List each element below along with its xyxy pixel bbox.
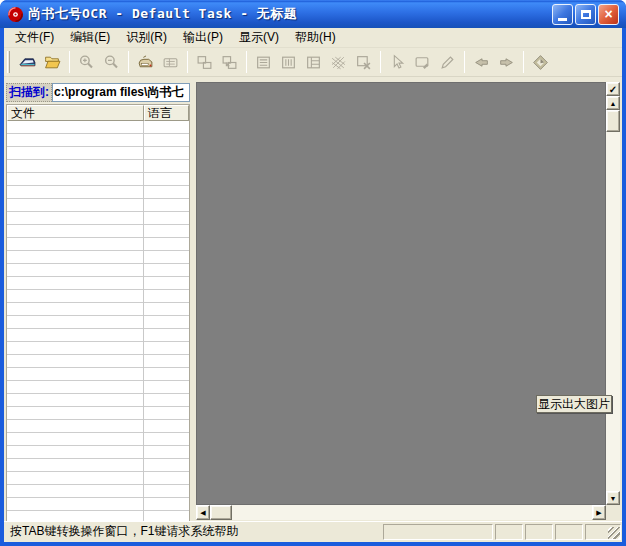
- check-icon: ✓: [609, 86, 617, 93]
- toolbar-separator: [187, 51, 188, 73]
- vertical-text-region-button: [277, 51, 300, 73]
- scroll-down-button[interactable]: ▼: [606, 491, 620, 505]
- menu-recognize[interactable]: 识别(R): [118, 27, 175, 48]
- check-toggle-button[interactable]: ✓: [606, 82, 620, 96]
- tile-horizontal-icon: [196, 54, 213, 71]
- column-header-language[interactable]: 语言: [144, 105, 189, 121]
- column-header-file[interactable]: 文件: [7, 105, 144, 121]
- workspace: 扫描到: 文件 语言 ✓ ▲ ▼ ◀: [4, 77, 622, 521]
- file-table-body[interactable]: [7, 121, 189, 521]
- file-list-panel: 扫描到: 文件 语言: [4, 77, 192, 521]
- scan-path-input[interactable]: [52, 83, 190, 102]
- select-arrow-icon: [389, 54, 406, 71]
- app-logo-icon: [7, 6, 24, 23]
- tile-horizontal-button: [193, 51, 216, 73]
- status-message: 按TAB键转换操作窗口，F1键请求系统帮助: [6, 523, 381, 540]
- toolbar: [4, 48, 622, 77]
- toolbar-separator: [523, 51, 524, 73]
- image-canvas: [196, 82, 606, 505]
- delete-region-button: [352, 51, 375, 73]
- about-button: [529, 51, 552, 73]
- recognize-button[interactable]: [134, 51, 157, 73]
- minimize-button[interactable]: [552, 4, 573, 25]
- delete-region-icon: [355, 54, 372, 71]
- horizontal-scroll-track[interactable]: [232, 505, 592, 520]
- open-file-button[interactable]: [41, 51, 64, 73]
- form-recognize-icon: [162, 54, 179, 71]
- zoom-out-icon: [103, 54, 120, 71]
- horizontal-text-region-icon: [255, 54, 272, 71]
- scroll-up-button[interactable]: ▲: [606, 96, 620, 110]
- arrow-left-icon: [473, 54, 490, 71]
- maximize-icon: [581, 10, 591, 19]
- scroll-right-button[interactable]: ▶: [592, 505, 606, 520]
- pen-button: [436, 51, 459, 73]
- select-button: [386, 51, 409, 73]
- image-region-icon: [330, 54, 347, 71]
- triangle-up-icon: ▲: [610, 100, 617, 107]
- pen-icon: [439, 54, 456, 71]
- toolbar-separator: [69, 51, 70, 73]
- recognize-icon: [137, 54, 154, 71]
- image-view: ✓ ▲ ▼ ◀ ▶ 显示出大图片: [196, 77, 622, 521]
- vertical-scroll-track[interactable]: [606, 132, 620, 491]
- hanvon-diamond-icon: [532, 54, 549, 71]
- tile-vertical-icon: [221, 54, 238, 71]
- maximize-button[interactable]: [575, 4, 596, 25]
- vertical-text-region-icon: [280, 54, 297, 71]
- edit-region-icon: [414, 54, 431, 71]
- horizontal-text-region-button: [252, 51, 275, 73]
- close-button[interactable]: ×: [598, 4, 619, 25]
- triangle-left-icon: ◀: [200, 509, 205, 516]
- menu-output[interactable]: 输出(P): [175, 27, 231, 48]
- toolbar-grip[interactable]: [7, 51, 10, 73]
- zoom-in-button: [75, 51, 98, 73]
- toolbar-separator: [128, 51, 129, 73]
- edit-region-button: [411, 51, 434, 73]
- close-icon: ×: [604, 7, 612, 21]
- previous-page-button: [470, 51, 493, 73]
- window-title: 尚书七号OCR - Default Task - 无标题: [28, 5, 552, 23]
- table-region-button: [302, 51, 325, 73]
- next-page-button: [495, 51, 518, 73]
- zoom-in-icon: [78, 54, 95, 71]
- horizontal-scroll-thumb[interactable]: [210, 505, 232, 520]
- triangle-down-icon: ▼: [610, 495, 617, 502]
- menu-edit[interactable]: 编辑(E): [62, 27, 118, 48]
- scan-button[interactable]: [16, 51, 39, 73]
- status-panel: [555, 524, 583, 540]
- menu-view[interactable]: 显示(V): [231, 27, 287, 48]
- minimize-icon: [558, 18, 567, 21]
- tile-vertical-button: [218, 51, 241, 73]
- menu-help[interactable]: 帮助(H): [287, 27, 344, 48]
- arrow-right-icon: [498, 54, 515, 71]
- scan-to-row: 扫描到:: [6, 83, 190, 102]
- triangle-right-icon: ▶: [596, 509, 601, 516]
- horizontal-scrollbar: ◀ ▶: [196, 505, 606, 520]
- image-region-button: [327, 51, 350, 73]
- toolbar-separator: [246, 51, 247, 73]
- status-panel: [383, 524, 493, 540]
- menu-file[interactable]: 文件(F): [7, 27, 62, 48]
- zoom-out-button: [100, 51, 123, 73]
- tooltip-show-large-image: 显示出大图片: [536, 395, 612, 413]
- table-region-icon: [305, 54, 322, 71]
- status-panel: [525, 524, 553, 540]
- window-controls: ×: [552, 4, 619, 25]
- status-panel: [495, 524, 523, 540]
- vertical-scrollbar: ✓ ▲ ▼: [606, 82, 620, 505]
- resize-grip[interactable]: [608, 527, 620, 539]
- scroll-left-button[interactable]: ◀: [196, 505, 210, 520]
- toolbar-separator: [464, 51, 465, 73]
- status-panel: [585, 524, 621, 540]
- file-table-header: 文件 语言: [7, 105, 189, 121]
- title-bar: 尚书七号OCR - Default Task - 无标题 ×: [0, 0, 626, 28]
- scan-to-label: 扫描到:: [6, 83, 52, 102]
- open-folder-icon: [44, 54, 61, 71]
- form-recognize-button: [159, 51, 182, 73]
- status-bar: 按TAB键转换操作窗口，F1键请求系统帮助: [4, 521, 622, 542]
- vertical-scroll-thumb[interactable]: [606, 110, 620, 132]
- app-window: 尚书七号OCR - Default Task - 无标题 × 文件(F) 编辑(…: [0, 0, 626, 546]
- menu-bar: 文件(F) 编辑(E) 识别(R) 输出(P) 显示(V) 帮助(H): [4, 28, 622, 48]
- scanner-icon: [19, 54, 36, 71]
